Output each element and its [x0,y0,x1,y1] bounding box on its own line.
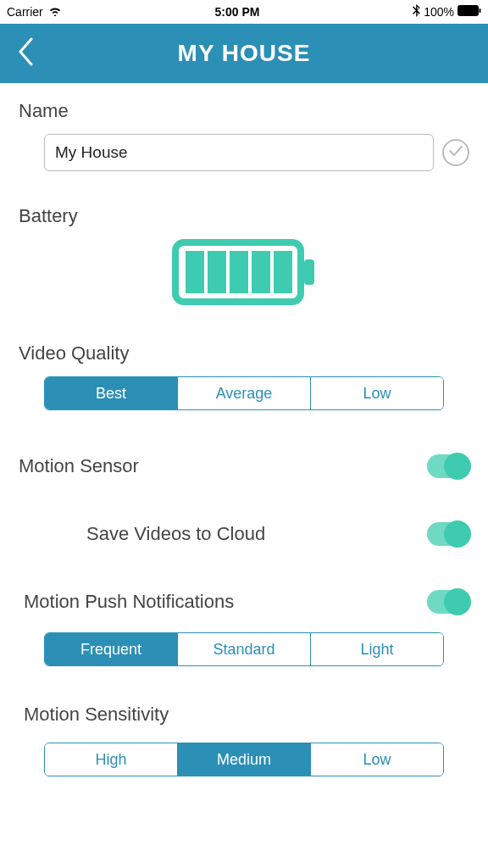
name-input[interactable] [44,134,434,171]
video-quality-label: Video Quality [19,342,469,364]
push-standard[interactable]: Standard [178,633,311,665]
sensitivity-label: Motion Sensitivity [19,704,469,726]
push-toggle[interactable] [427,590,469,614]
motion-sensor-toggle[interactable] [427,454,469,478]
sensitivity-medium[interactable]: Medium [178,743,311,776]
name-label: Name [19,100,469,122]
content: Name Battery Video Quality Best Average … [0,83,488,776]
sensitivity-low[interactable]: Low [311,743,443,776]
confirm-name-button[interactable] [442,139,469,166]
status-bar: Carrier 5:00 PM 100% [0,0,488,24]
clock: 5:00 PM [215,5,260,19]
svg-rect-7 [252,251,270,293]
sensitivity-high[interactable]: High [45,743,178,776]
battery-status-icon [458,5,481,19]
svg-rect-4 [186,251,204,293]
svg-rect-5 [208,251,226,293]
push-light[interactable]: Light [311,633,443,665]
nav-bar: MY HOUSE [0,24,488,83]
battery-label: Battery [19,205,469,227]
battery-level-icon [172,239,316,309]
svg-rect-1 [479,8,480,13]
push-label: Motion Push Notifications [24,591,234,613]
svg-rect-6 [230,251,248,293]
back-button[interactable] [17,37,34,70]
svg-rect-3 [304,259,314,285]
save-cloud-toggle[interactable] [427,522,469,546]
push-frequency-segmented: Frequent Standard Light [44,632,444,666]
push-frequent[interactable]: Frequent [45,633,178,665]
video-quality-best[interactable]: Best [45,377,178,409]
carrier-label: Carrier [7,5,43,19]
battery-pct: 100% [424,5,454,19]
wifi-icon [48,5,62,19]
page-title: MY HOUSE [0,40,488,67]
motion-sensor-label: Motion Sensor [19,455,139,477]
bluetooth-icon [413,4,420,19]
checkmark-icon [448,145,463,160]
video-quality-segmented: Best Average Low [44,376,444,410]
sensitivity-segmented: High Medium Low [44,743,444,776]
svg-rect-0 [458,6,478,16]
video-quality-average[interactable]: Average [178,377,311,409]
video-quality-low[interactable]: Low [311,377,443,409]
svg-rect-8 [274,251,292,293]
save-cloud-label: Save Videos to Cloud [19,523,265,545]
